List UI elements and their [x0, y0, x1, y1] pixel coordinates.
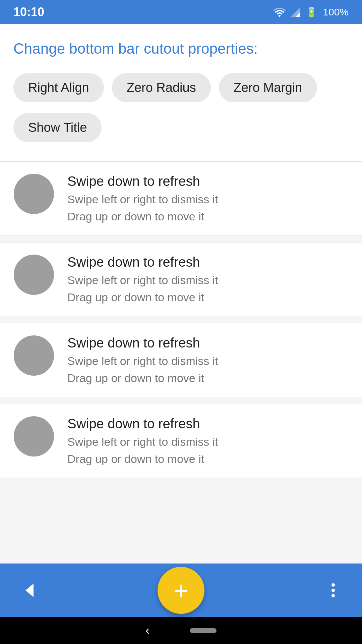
item-subtitle-2: Drag up or down to move it [67, 291, 348, 304]
back-button[interactable] [20, 582, 38, 599]
avatar [14, 174, 54, 214]
item-text: Swipe down to refresh Swipe left or righ… [67, 335, 348, 385]
battery-percent: 100% [323, 6, 349, 18]
item-title: Swipe down to refresh [67, 335, 348, 351]
zero-margin-button[interactable]: Zero Margin [219, 73, 317, 102]
item-subtitle-2: Drag up or down to move it [67, 210, 348, 223]
list-item: Swipe down to refresh Swipe left or righ… [0, 162, 362, 235]
item-subtitle-2: Drag up or down to move it [67, 372, 348, 385]
item-title: Swipe down to refresh [67, 174, 348, 189]
status-time: 10:10 [13, 5, 44, 19]
menu-button[interactable] [324, 582, 342, 599]
right-align-button[interactable]: Right Align [13, 73, 104, 102]
list-item: Swipe down to refresh Swipe left or righ… [0, 404, 362, 478]
list-item: Swipe down to refresh Swipe left or righ… [0, 323, 362, 397]
avatar [14, 255, 54, 295]
avatar [14, 416, 54, 457]
item-text: Swipe down to refresh Swipe left or righ… [67, 255, 348, 304]
button-row-2: Show Title [13, 113, 349, 142]
status-icons: 🔋 100% [274, 6, 349, 18]
zero-radius-button[interactable]: Zero Radius [112, 73, 211, 102]
item-subtitle-1: Swipe left or right to dismiss it [67, 435, 348, 448]
item-title: Swipe down to refresh [67, 255, 348, 270]
svg-point-3 [331, 583, 335, 587]
svg-point-4 [331, 589, 335, 592]
header-section: Change bottom bar cutout properties: Rig… [0, 24, 362, 161]
svg-marker-2 [25, 584, 34, 597]
signal-icon [291, 7, 300, 17]
item-text: Swipe down to refresh Swipe left or righ… [67, 174, 348, 223]
battery-icon: 🔋 [306, 7, 317, 18]
fab-plus-icon: + [174, 578, 188, 602]
system-nav-bar: ‹ [0, 617, 362, 644]
list-item: Swipe down to refresh Swipe left or righ… [0, 242, 362, 316]
item-subtitle-1: Swipe left or right to dismiss it [67, 193, 348, 206]
fab-button[interactable]: + [158, 567, 204, 614]
system-back-button[interactable]: ‹ [145, 624, 149, 638]
item-text: Swipe down to refresh Swipe left or righ… [67, 416, 348, 466]
wifi-icon [274, 7, 286, 17]
show-title-button[interactable]: Show Title [13, 113, 102, 142]
page-title: Change bottom bar cutout properties: [13, 40, 349, 57]
bottom-nav: + [0, 564, 362, 617]
item-title: Swipe down to refresh [67, 416, 348, 431]
status-bar: 10:10 🔋 100% [0, 0, 362, 24]
system-home-button[interactable] [190, 628, 217, 633]
list-container[interactable]: Swipe down to refresh Swipe left or righ… [0, 162, 362, 564]
svg-point-5 [331, 594, 335, 597]
item-subtitle-1: Swipe left or right to dismiss it [67, 355, 348, 368]
item-subtitle-1: Swipe left or right to dismiss it [67, 274, 348, 287]
button-row-1: Right Align Zero Radius Zero Margin [13, 73, 349, 102]
avatar [14, 335, 54, 376]
main-content: Change bottom bar cutout properties: Rig… [0, 24, 362, 564]
item-subtitle-2: Drag up or down to move it [67, 452, 348, 466]
